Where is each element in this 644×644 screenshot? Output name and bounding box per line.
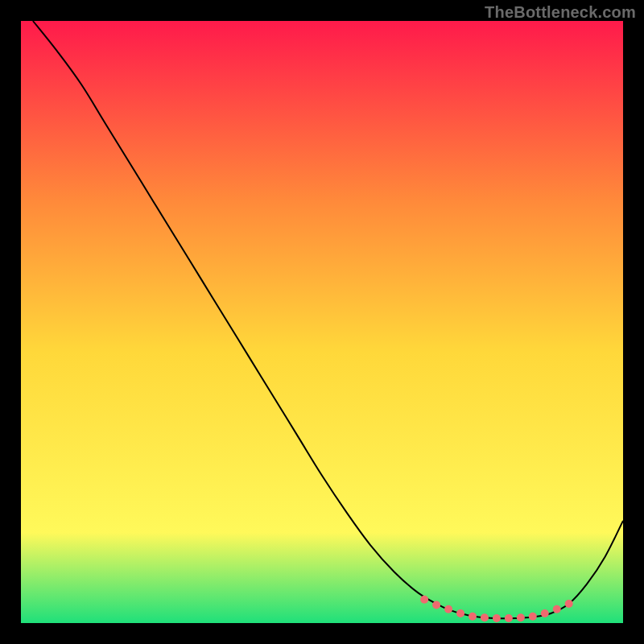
trough-dot — [553, 605, 561, 613]
trough-dot — [505, 614, 513, 622]
watermark-text: TheBottleneck.com — [485, 3, 636, 22]
trough-dot — [541, 609, 549, 617]
trough-dot — [444, 605, 452, 613]
chart-svg — [0, 0, 644, 644]
trough-dot — [517, 613, 525, 621]
trough-dot — [481, 613, 489, 621]
chart-stage: TheBottleneck.com — [0, 0, 644, 644]
trough-dot — [432, 601, 440, 609]
plot-background — [21, 21, 623, 623]
trough-dot — [529, 613, 537, 621]
trough-dot — [493, 614, 501, 622]
trough-dot — [420, 596, 428, 604]
trough-dot — [565, 600, 573, 608]
trough-dot — [456, 609, 464, 617]
trough-dot — [469, 613, 477, 621]
